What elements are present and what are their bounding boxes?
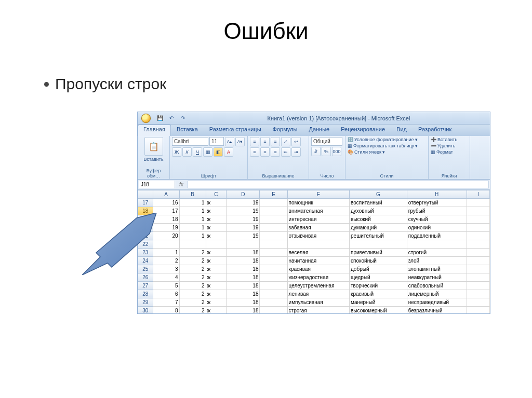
row-header[interactable]: 29 [138, 298, 153, 307]
wrap-text-button[interactable]: ↩ [291, 137, 301, 146]
format-as-table-button[interactable]: ▦ Форматировать как таблицу▾ [348, 143, 418, 148]
fx-icon[interactable]: fx [176, 180, 187, 189]
cell[interactable] [467, 215, 489, 224]
cell[interactable]: ж [206, 224, 227, 232]
cell[interactable] [260, 224, 287, 232]
cell[interactable]: ж [206, 257, 227, 265]
cell[interactable]: 7 [153, 298, 179, 307]
insert-cells-button[interactable]: ➕ Вставить [431, 137, 457, 142]
tab-home[interactable]: Главная [138, 125, 171, 136]
italic-button[interactable]: К [182, 147, 192, 157]
cell[interactable]: 18 [227, 273, 260, 282]
cell[interactable]: решительный [350, 232, 407, 240]
cell[interactable]: 1 [179, 199, 206, 207]
font-size-input[interactable] [209, 137, 224, 146]
column-header-B[interactable]: B [179, 190, 206, 199]
cell[interactable]: лицемерный [407, 290, 467, 298]
cell[interactable] [260, 282, 287, 290]
cell[interactable]: ж [206, 290, 227, 298]
cell[interactable]: веселая [287, 249, 349, 257]
cell[interactable] [467, 265, 489, 273]
cell[interactable]: ж [206, 273, 227, 282]
cell[interactable]: щедрый [350, 273, 407, 282]
underline-button[interactable]: Ч [193, 147, 202, 157]
decrease-indent-button[interactable]: ⇤ [281, 147, 290, 157]
worksheet[interactable]: ABCDEFGHI 17161ж19помощниквоспитанныйотв… [138, 190, 490, 314]
undo-button[interactable]: ↶ [167, 114, 176, 123]
cell[interactable]: 4 [153, 273, 179, 282]
cell[interactable]: строгий [407, 249, 467, 257]
align-center-button[interactable]: ≡ [260, 147, 270, 157]
orientation-button[interactable]: ⤢ [281, 137, 290, 146]
cell[interactable] [260, 232, 287, 240]
cell[interactable]: 2 [179, 257, 206, 265]
cell[interactable]: внимательная [287, 207, 349, 215]
cell[interactable]: высокий [350, 215, 407, 224]
table-row[interactable]: 21201ж19отзывчиваярешительныйподавленный [138, 232, 490, 240]
bold-button[interactable]: Ж [172, 147, 181, 157]
cell[interactable] [467, 298, 489, 307]
column-header-D[interactable]: D [227, 190, 260, 199]
conditional-format-button[interactable]: 🔢 Условное форматирование▾ [348, 137, 418, 142]
cell[interactable]: 19 [227, 207, 260, 215]
cell[interactable]: 3 [153, 265, 179, 273]
cell[interactable] [350, 240, 407, 249]
table-row[interactable]: 2312ж18веселаяприветливыйстрогий [138, 249, 490, 257]
cell[interactable] [260, 307, 287, 314]
table-row[interactable]: 2972ж18импульсивнаяманерныйнесправедливы… [138, 298, 490, 307]
cell[interactable]: ж [206, 298, 227, 307]
cell[interactable] [260, 199, 287, 207]
align-top-button[interactable]: ≡ [250, 137, 259, 146]
cell[interactable]: 19 [227, 224, 260, 232]
fill-color-button[interactable]: ◧ [214, 147, 223, 157]
cell[interactable]: 2 [179, 249, 206, 257]
cell[interactable]: ж [206, 232, 227, 240]
increase-font-button[interactable]: A▴ [225, 137, 234, 146]
row-header[interactable]: 19 [138, 215, 153, 224]
cell[interactable] [467, 232, 489, 240]
cell[interactable]: забавная [287, 224, 349, 232]
align-left-button[interactable]: ≡ [250, 147, 259, 157]
cell[interactable]: 18 [227, 290, 260, 298]
table-row[interactable]: 2642ж18жизнерадостнаящедрыйнеаккуратный [138, 273, 490, 282]
cell[interactable]: грубый [407, 207, 467, 215]
row-header[interactable]: 27 [138, 282, 153, 290]
cell[interactable]: 2 [179, 265, 206, 273]
cell[interactable] [153, 240, 179, 249]
table-row[interactable]: 2532ж18красиваядобрыйзлопамятный [138, 265, 490, 273]
cell[interactable] [179, 240, 206, 249]
increase-indent-button[interactable]: ⇥ [291, 147, 301, 157]
row-header[interactable]: 20 [138, 224, 153, 232]
cell[interactable]: 18 [227, 282, 260, 290]
cell[interactable]: 2 [153, 257, 179, 265]
name-box[interactable]: J18 [139, 181, 175, 188]
row-header[interactable]: 28 [138, 290, 153, 298]
cell[interactable]: 2 [179, 282, 206, 290]
format-cells-button[interactable]: ▦ Формат [431, 149, 453, 155]
cell[interactable] [287, 240, 349, 249]
cell[interactable]: жизнерадостная [287, 273, 349, 282]
cell[interactable]: 1 [179, 224, 206, 232]
cell[interactable]: спокойный [350, 257, 407, 265]
table-row[interactable]: 18171ж19внимательнаядуховныйгрубый [138, 207, 490, 215]
row-header[interactable]: 26 [138, 273, 153, 282]
row-header[interactable]: 21 [138, 232, 153, 240]
cell[interactable]: ж [206, 249, 227, 257]
cell[interactable] [467, 199, 489, 207]
cell[interactable] [260, 249, 287, 257]
cell[interactable]: ж [206, 282, 227, 290]
cell[interactable]: воспитанный [350, 199, 407, 207]
cell[interactable]: добрый [350, 265, 407, 273]
cell[interactable] [260, 290, 287, 298]
tab-developer[interactable]: Разработчик [413, 125, 457, 136]
cell[interactable]: 1 [179, 232, 206, 240]
tab-data[interactable]: Данные [303, 125, 335, 136]
cell[interactable]: ж [206, 207, 227, 215]
column-header-I[interactable]: I [467, 190, 489, 199]
cell[interactable] [260, 265, 287, 273]
cell[interactable]: 2 [179, 290, 206, 298]
cell[interactable]: 18 [227, 257, 260, 265]
table-row[interactable]: 17161ж19помощниквоспитанныйотвергнутый [138, 199, 490, 207]
delete-cells-button[interactable]: ➖ Удалить [431, 143, 455, 148]
cell[interactable]: ленивая [287, 290, 349, 298]
